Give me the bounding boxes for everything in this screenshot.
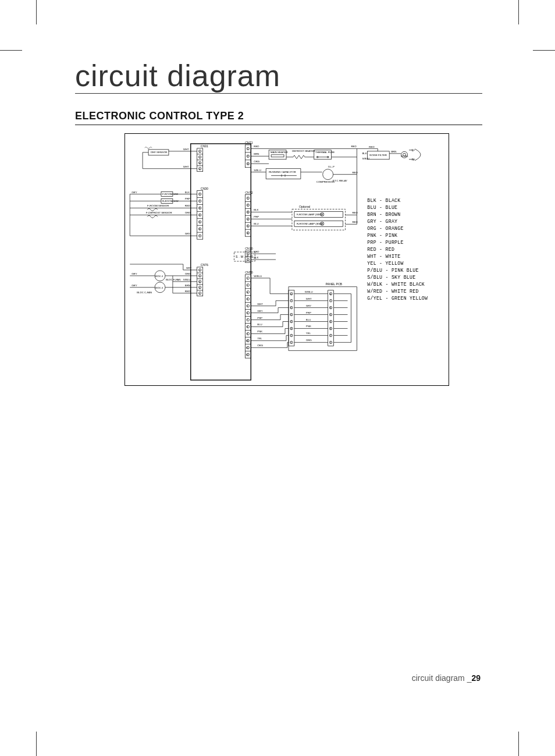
wire-label: S/BLU bbox=[362, 157, 369, 160]
svg-text:DEF SENSOR: DEF SENSOR bbox=[151, 151, 167, 154]
box4b: BOX 4 bbox=[155, 282, 165, 293]
wire-label: S/BLU bbox=[183, 278, 191, 281]
wire-label: BLK bbox=[254, 208, 258, 211]
wire-label: ORG bbox=[185, 272, 191, 275]
main-pcb-outline bbox=[191, 144, 251, 380]
wire-label: WHT bbox=[306, 297, 312, 300]
page-footer: circuit diagram _29 bbox=[412, 673, 481, 683]
svg-text:ORG - ORANGE: ORG - ORANGE bbox=[367, 226, 403, 231]
cn76-connector: 1 2 3 4 5 bbox=[197, 267, 203, 296]
footer-label: circuit diagram _ bbox=[412, 673, 472, 683]
wire-label: RED bbox=[351, 145, 356, 148]
svg-text:WHT - WHITE: WHT - WHITE bbox=[367, 254, 400, 259]
panel-pcb-label: PANEL PCB bbox=[326, 282, 343, 286]
svg-text:BLK - BLACK: BLK - BLACK bbox=[367, 198, 400, 203]
cn10-label: CN10 bbox=[245, 247, 252, 250]
wire-label: YEL bbox=[306, 332, 311, 335]
sensor-label: F-DEFROST SENSOR bbox=[146, 211, 172, 214]
wire-label: BLK bbox=[185, 191, 190, 194]
wire-label: RED bbox=[185, 204, 190, 207]
color-legend: BLK - BLACK BLU - BLUE BRN - BROWN GRY -… bbox=[367, 198, 428, 300]
wire-label: BLK bbox=[254, 256, 258, 259]
power-plug-icon: L N G/YEL bbox=[401, 148, 421, 161]
wire-label: YEL bbox=[257, 337, 262, 340]
wire-label: S/BLU bbox=[254, 169, 261, 172]
svg-text:S.M.P.S: S.M.P.S bbox=[236, 255, 254, 258]
svg-text:R-ROOM S/W: R-ROOM S/W bbox=[162, 200, 179, 203]
cn31-label: CN31 bbox=[201, 144, 208, 148]
panel-connector-left: 8 7 6 5 4 3 2 1 bbox=[289, 290, 294, 346]
ptc-relay-label: P.T.C RELAY bbox=[333, 179, 347, 182]
box4a: BOX 4 bbox=[155, 271, 165, 281]
wire-label: PRP bbox=[257, 317, 262, 320]
wire-label: BLU bbox=[257, 323, 262, 326]
cn71-label: CN71 bbox=[245, 141, 252, 144]
svg-text:BRN - BROWN: BRN - BROWN bbox=[367, 212, 400, 217]
def-sensor: DEF SENSOR bbox=[145, 147, 169, 155]
svg-text:PNK - PINK: PNK - PINK bbox=[367, 233, 397, 238]
page-title: circuit diagram bbox=[75, 58, 482, 94]
cn31-connector: 1 2 3 4 bbox=[197, 148, 203, 172]
main-heater: MAIN HEATER bbox=[269, 150, 287, 159]
r-room-lamp: R-ROOM LAMP (30W) bbox=[297, 222, 323, 225]
wire-label: RED bbox=[185, 290, 190, 293]
svg-text:RUNNING CAPACITOR: RUNNING CAPACITOR bbox=[269, 171, 296, 173]
wire-label: ORG bbox=[185, 211, 191, 214]
f-room-lamp: F-ROOM LAMP (30W) bbox=[297, 213, 322, 216]
wire-label: PNK bbox=[257, 330, 262, 333]
svg-rect-202 bbox=[289, 290, 294, 346]
wire-label: GRY bbox=[131, 272, 137, 275]
olp-label: O.L.P bbox=[328, 165, 335, 168]
wire-label: GRY bbox=[131, 284, 137, 287]
wire-label: W/BLU bbox=[305, 290, 313, 293]
wire-label: PNK bbox=[306, 325, 311, 328]
svg-text:MAIN HEATER: MAIN HEATER bbox=[271, 151, 287, 154]
thermal-fuse: THERMAL FUSE bbox=[314, 150, 335, 159]
svg-text:F-ROOM S/W: F-ROOM S/W bbox=[162, 193, 179, 196]
sensor-label: F-ROOM SENSOR bbox=[147, 204, 169, 207]
svg-rect-95 bbox=[271, 155, 284, 157]
wire-label: PRP bbox=[254, 215, 259, 218]
wire-label: RED bbox=[369, 145, 374, 148]
wire-label: GRY bbox=[186, 267, 191, 269]
svg-text:YEL - YELLOW: YEL - YELLOW bbox=[367, 261, 403, 266]
bldc-cfan: BLDC C-FAN bbox=[137, 291, 152, 294]
cn76-label: CN76 bbox=[201, 263, 208, 267]
svg-text:RED - RED: RED - RED bbox=[367, 247, 394, 252]
wire-label: ORG bbox=[254, 160, 260, 163]
svg-text:G/YEL: G/YEL bbox=[401, 155, 408, 158]
svg-text:BLU - BLUE: BLU - BLUE bbox=[367, 205, 397, 210]
wire-label: ORG bbox=[257, 344, 264, 347]
wire-label: WHT bbox=[183, 148, 189, 151]
bldc-ffan: BLDC F-FAN bbox=[166, 278, 180, 281]
svg-text:GRY - GRAY: GRY - GRAY bbox=[367, 219, 397, 224]
svg-text:W/BLK - WHITE BLACK: W/BLK - WHITE BLACK bbox=[367, 282, 425, 287]
svg-text:10: 10 bbox=[246, 339, 248, 342]
wire-label: BRN bbox=[254, 152, 259, 155]
svg-text:BOX 4: BOX 4 bbox=[155, 286, 163, 289]
wire-label: PRP bbox=[306, 311, 311, 314]
wire-label: GRY bbox=[185, 232, 190, 235]
svg-text:NOISE FILTER: NOISE FILTER bbox=[369, 154, 386, 157]
wire-label: GRY bbox=[257, 310, 262, 313]
svg-text:THERMAL FUSE: THERMAL FUSE bbox=[315, 151, 335, 154]
svg-text:BOX 4: BOX 4 bbox=[155, 275, 163, 278]
cn50-label: CN50 bbox=[245, 271, 252, 274]
optional-label: Optional bbox=[299, 205, 310, 208]
circuit-diagram: CN31 1 2 3 4 WHT WHT DEF SENSOR bbox=[124, 133, 449, 386]
defrost-heater: DEFROST HEATER bbox=[291, 150, 315, 159]
wire-label: RED bbox=[254, 250, 259, 253]
cn72-connector: 1 2 3 4 5 6 bbox=[245, 195, 251, 237]
compressor-icon bbox=[323, 169, 333, 180]
svg-text:G/YEL - GREEN YELLOW: G/YEL - GREEN YELLOW bbox=[367, 296, 428, 301]
svg-text:PRP - PURPLE: PRP - PURPLE bbox=[367, 240, 403, 245]
wire-label: BRN bbox=[185, 284, 190, 287]
wire-label: PRP bbox=[185, 197, 190, 200]
svg-text:DEFROST HEATER: DEFROST HEATER bbox=[292, 150, 315, 152]
panel-connector-right: 8 7 6 5 4 3 2 1 bbox=[328, 290, 334, 346]
wire-label: ORG bbox=[306, 339, 312, 342]
page-number: 29 bbox=[471, 673, 481, 683]
wire-label: BLU bbox=[306, 318, 311, 321]
wire-label: BRN bbox=[391, 150, 396, 153]
cn72-label: CN72 bbox=[245, 191, 252, 194]
